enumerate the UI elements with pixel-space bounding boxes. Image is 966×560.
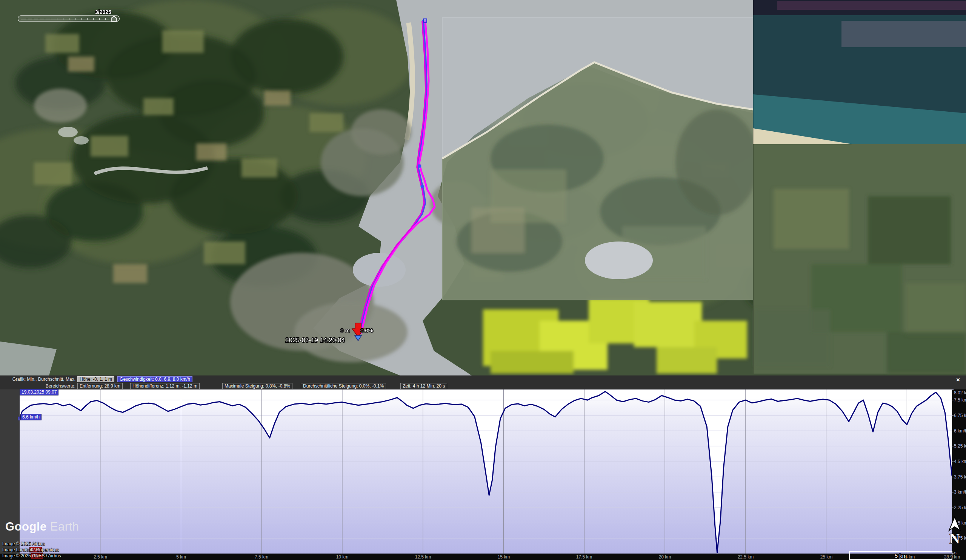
cursor-speed-box: 6.6 km/h [20,414,41,420]
elevation-diff-stat: Höhendifferenz: 1.12 m, -1.12 m [130,383,200,389]
lake [353,253,406,287]
y-tick-label: 2.25 km/h [954,505,966,510]
y-axis-tick [952,492,954,493]
close-panel-button[interactable]: × [955,377,961,384]
x-tick-label: 7.5 km [255,554,268,560]
elevation-toggle-button[interactable]: Höhe: -0, 1, 1 m [77,376,114,382]
y-tick-label: 5.25 km/h [954,443,966,449]
right-strip [753,0,966,374]
x-tick-label: 17.5 km [576,554,592,560]
time-slider-handle[interactable] [111,16,117,21]
compass-arrow-icon [949,517,960,530]
overlay-tile [442,17,759,300]
x-tick-label: 22.5 km [738,554,754,560]
map-scale-bar: 5 km [849,551,953,560]
y-tick-label: 3 km/h [954,489,966,495]
profile-panel-header: Grafik: Min., Durchschnitt, Max. Höhe: -… [0,376,966,389]
time-stat: Zeit: 4 h 12 Min. 20 s [400,383,447,389]
y-axis-tick [952,461,954,462]
x-tick-label: 15 km [498,554,510,560]
avg-slope-stat: Durchschnittliche Steigung: 0.0%, -0.1% [301,383,386,389]
y-tick-label: 6 km/h [954,428,966,434]
track-point-dot [418,164,422,168]
y-tick-label: 4.5 km/h [954,459,966,464]
time-slider[interactable] [18,15,120,22]
logo-earth: Earth [50,520,79,533]
y-axis-tick [952,431,954,431]
marker-datetime-label: 2025-03-19 14:20:04 [285,337,345,344]
x-tick-label: 12.5 km [415,554,431,560]
range-values-label: Bereichswerte: [0,383,76,389]
scale-bar-label: 5 km [850,552,952,559]
distance-stat: Entfernung: 28.9 km [77,383,123,389]
x-tick-label: 25 km [820,554,833,560]
marker-elevation-label: 0 m [340,327,350,333]
y-axis-tick [952,400,954,401]
track-start-marker [423,19,427,22]
compass-north[interactable]: N [943,516,966,547]
track-point-dot [421,185,424,188]
attribution-line-1: Image © 2025 Airbus [2,541,44,547]
y-axis-tick [952,507,954,508]
logo-google: Google [5,520,47,533]
time-slider-label: 3/2025 [95,9,111,15]
x-tick-label: 20 km [659,554,671,560]
y-axis-tick [952,415,954,416]
x-tick-label: 5 km [176,554,186,560]
google-earth-logo: GoogleEarth [5,520,79,534]
y-axis-tick [952,389,954,390]
google-earth-window: 3/2025 0 m 0.0% 2025-03-19 14:20:04 Graf… [0,0,966,560]
y-tick-label: 6.75 km/h [954,413,966,418]
attribution-line-3: Image © 2025 CNES / Airbus [2,553,61,558]
speed-toggle-button[interactable]: Geschwindigkeit: 0.0, 6.9, 8.0 km/h [117,376,192,382]
y-tick-label: 7.5 km/h [954,397,966,402]
y-axis-tick [952,446,954,447]
satellite-map[interactable] [0,0,966,376]
time-slider-rail [21,18,109,20]
attribution-line-2: Image Landsat / Copernicus [2,547,59,552]
speed-profile-chart[interactable] [20,389,952,553]
compass-letter: N [950,530,959,547]
graph-stats-label: Grafik: Min., Durchschnitt, Max. [0,377,76,382]
y-tick-label: 3.75 km/h [954,475,966,480]
x-axis-strip: 2.5 km5 km7.5 km10 km12.5 km15 km17.5 km… [0,553,966,560]
y-axis-tick [952,477,954,477]
x-tick-label: 2.5 km [94,554,107,560]
y-tick-label: 8.02 km/h [954,390,966,396]
x-tick-label: 10 km [336,554,349,560]
cursor-datetime-box: 19.03.2025 09:07 [20,389,59,396]
marker-grade-label: 0.0% [360,327,373,333]
max-slope-stat: Maximale Steigung: 0.8%, -0.8% [222,383,292,389]
